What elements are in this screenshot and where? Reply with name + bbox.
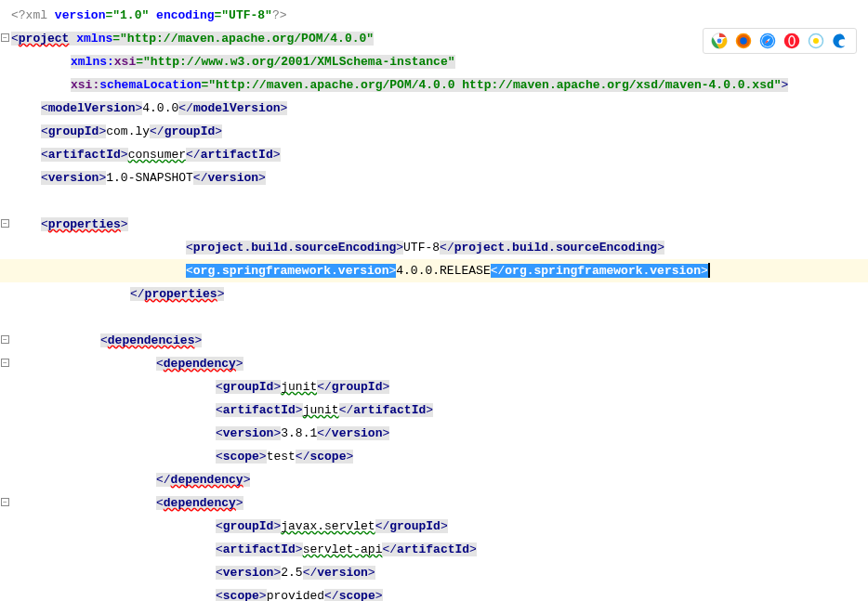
groupId-line: <groupId>com.ly</groupId> xyxy=(0,120,868,143)
xml-declaration: <?xml version="1.0" encoding="UTF-8"?> xyxy=(0,4,868,27)
dep-groupId: <groupId>junit</groupId> xyxy=(0,375,868,398)
chrome-icon[interactable] xyxy=(711,33,728,49)
blank-line xyxy=(0,306,868,329)
browser-icons-toolbar xyxy=(703,28,857,54)
dependency-close: </dependency> xyxy=(0,468,868,491)
properties-close: </properties> xyxy=(0,282,868,306)
artifactId-line: <artifactId>consumer</artifactId> xyxy=(0,143,868,166)
blank-line xyxy=(0,189,868,213)
dependency-open: −<dependency> xyxy=(0,491,868,515)
text-cursor xyxy=(708,263,710,278)
springVersion-line: <org.springframework.version>4.0.0.RELEA… xyxy=(0,259,868,282)
svg-point-10 xyxy=(790,37,795,46)
edge-icon[interactable] xyxy=(832,33,848,49)
opera-icon[interactable] xyxy=(783,33,800,49)
fold-toggle[interactable]: − xyxy=(1,498,9,506)
version-line: <version>1.0-SNAPSHOT</version> xyxy=(0,166,868,189)
project-open-3: xsi:schemaLocation="http://maven.apache.… xyxy=(0,73,868,97)
sourceEncoding-line: <project.build.sourceEncoding>UTF-8</pro… xyxy=(0,236,868,259)
dep-scope: <scope>provided</scope> xyxy=(0,584,868,601)
fold-toggle[interactable]: − xyxy=(1,359,9,367)
dep-version: <version>3.8.1</version> xyxy=(0,422,868,445)
fold-toggle[interactable]: − xyxy=(1,335,9,344)
dep-version: <version>2.5</version> xyxy=(0,561,868,584)
safari-icon[interactable] xyxy=(759,33,776,49)
modelVersion-line: <modelVersion>4.0.0</modelVersion> xyxy=(0,97,868,120)
dep-groupId: <groupId>javax.servlet</groupId> xyxy=(0,515,868,538)
dep-artifactId: <artifactId>servlet-api</artifactId> xyxy=(0,538,868,561)
properties-open: −<properties> xyxy=(0,213,868,236)
dep-artifactId: <artifactId>junit</artifactId> xyxy=(0,398,868,422)
dependencies-open: −<dependencies> xyxy=(0,329,868,352)
fold-toggle[interactable]: − xyxy=(1,219,9,228)
dependency-open: −<dependency> xyxy=(0,352,868,375)
xml-editor[interactable]: <?xml version="1.0" encoding="UTF-8"?> −… xyxy=(0,0,868,601)
svg-point-2 xyxy=(717,38,722,44)
firefox-icon[interactable] xyxy=(735,33,752,49)
browser-icon[interactable] xyxy=(808,33,824,49)
dep-scope: <scope>test</scope> xyxy=(0,445,868,468)
svg-point-12 xyxy=(813,38,819,44)
svg-point-4 xyxy=(740,37,747,45)
fold-toggle[interactable]: − xyxy=(1,33,9,42)
